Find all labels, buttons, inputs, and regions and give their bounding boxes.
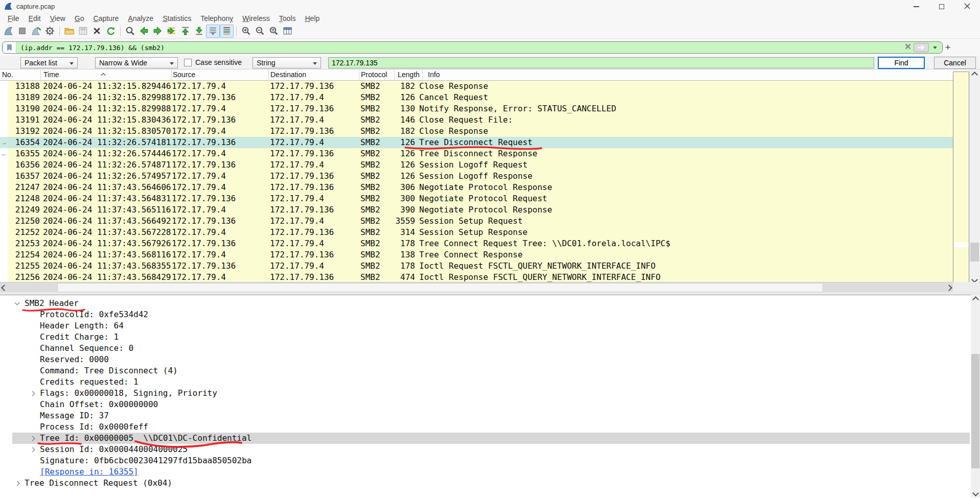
menu-view[interactable]: View	[45, 13, 70, 23]
intelligent-scrollbar-minimap[interactable]	[953, 72, 969, 282]
autoscroll-button[interactable]	[206, 25, 220, 38]
detail-line[interactable]: Tree Id: 0x00000005 \\DC01\DC-Confidenti…	[0, 433, 970, 444]
scroll-right-icon[interactable]	[945, 282, 953, 293]
detail-line[interactable]: Credit Charge: 1	[0, 331, 970, 343]
file-close-button[interactable]	[90, 25, 104, 38]
detail-line[interactable]: Chain Offset: 0x00000000	[0, 399, 970, 410]
goto-packet-button[interactable]	[165, 25, 178, 38]
expander-closed-icon[interactable]	[30, 437, 40, 440]
menu-statistics[interactable]: Statistics	[158, 13, 196, 23]
close-button[interactable]	[954, 0, 980, 13]
packet-row-21252[interactable]: 212522024-06-24 11:37:43.567228172.17.79…	[0, 227, 953, 238]
capture-stop-button[interactable]	[15, 25, 29, 38]
detail-line[interactable]: Message ID: 37	[0, 410, 970, 421]
zoom-original-button[interactable]	[267, 25, 281, 38]
scroll-left-icon[interactable]	[0, 282, 8, 293]
filter-clear-icon[interactable]	[904, 43, 911, 52]
detail-line[interactable]: ProtocolId: 0xfe534d42	[0, 309, 970, 320]
detail-line[interactable]: Process Id: 0x0000feff	[0, 421, 970, 433]
details-vscroll-thumb[interactable]	[971, 354, 979, 468]
column-header-time[interactable]: Time	[41, 69, 172, 81]
find-scope-select[interactable]: Packet list	[20, 57, 78, 68]
detail-line[interactable]: Signature: 0fb6cbc0023041297fd15baa85050…	[0, 455, 970, 466]
scroll-up-icon[interactable]	[971, 295, 980, 304]
detail-line[interactable]: Channel Sequence: 0	[0, 343, 970, 354]
file-save-button[interactable]	[76, 25, 90, 38]
detail-line[interactable]: [Response in: 16355]	[0, 466, 970, 478]
detail-line[interactable]: Credits requested: 1	[0, 376, 970, 388]
colorize-button[interactable]	[220, 25, 234, 38]
packet-list-vscroll-thumb[interactable]	[970, 243, 979, 262]
menu-file[interactable]: File	[3, 13, 24, 23]
find-packet-button[interactable]	[123, 25, 137, 38]
detail-line[interactable]: Session Id: 0x0000440004000025	[0, 444, 970, 455]
packet-row-13190[interactable]: 131902024-06-24 11:32:15.829988172.17.79…	[0, 103, 953, 114]
last-packet-button[interactable]	[192, 25, 206, 38]
expander-closed-icon[interactable]	[30, 392, 40, 395]
column-header-destination[interactable]: Destination	[269, 69, 359, 81]
column-header-protocol[interactable]: Protocol	[359, 69, 395, 81]
reload-button[interactable]	[104, 25, 118, 38]
menu-telephony[interactable]: Telephony	[196, 13, 238, 23]
find-charset-select[interactable]: Narrow & Wide	[95, 57, 178, 68]
menu-capture[interactable]: Capture	[89, 13, 124, 23]
cancel-button[interactable]: Cancel	[934, 57, 976, 69]
detail-line[interactable]: Reserved: 0000	[0, 354, 970, 365]
detail-line[interactable]: Command: Tree Disconnect (4)	[0, 365, 970, 376]
packet-row-21250[interactable]: 212502024-06-24 11:37:43.566492172.17.79…	[0, 216, 953, 227]
detail-line[interactable]: SMB2 Header	[0, 298, 970, 309]
case-sensitive-checkbox[interactable]	[184, 59, 192, 66]
expander-closed-icon[interactable]	[30, 448, 40, 452]
packet-row-13192[interactable]: 131922024-06-24 11:32:15.830570172.17.79…	[0, 126, 953, 137]
column-header-length[interactable]: Length	[395, 69, 423, 81]
previous-packet-button[interactable]	[137, 25, 151, 38]
packet-row-16354[interactable]: →163542024-06-24 11:32:26.574181172.17.7…	[0, 137, 953, 148]
packet-row-16356[interactable]: 163562024-06-24 11:32:26.574871172.17.79…	[0, 159, 953, 171]
details-vscrollbar[interactable]	[971, 295, 980, 497]
packet-row-16355[interactable]: ←163552024-06-24 11:32:26.574446172.17.7…	[0, 148, 953, 159]
packet-row-13188[interactable]: 131882024-06-24 11:32:15.829446172.17.79…	[0, 81, 953, 92]
capture-restart-button[interactable]	[29, 25, 43, 38]
expander-closed-icon[interactable]	[14, 482, 25, 485]
column-header-no[interactable]: No.	[0, 69, 41, 81]
response-in-link[interactable]: [Response in: 16355]	[40, 466, 139, 478]
detail-line[interactable]: Tree Disconnect Request (0x04)	[0, 478, 970, 489]
packet-row-21255[interactable]: 212552024-06-24 11:37:43.568355172.17.79…	[0, 260, 953, 272]
zoom-out-button[interactable]	[253, 25, 267, 38]
minimize-button[interactable]	[903, 0, 929, 13]
menu-wireless[interactable]: Wireless	[238, 13, 275, 23]
packet-list-vscrollbar[interactable]	[969, 70, 980, 284]
zoom-in-button[interactable]	[239, 25, 253, 38]
scroll-down-icon[interactable]	[971, 488, 980, 497]
resize-columns-button[interactable]	[281, 25, 294, 38]
packet-row-21249[interactable]: 212492024-06-24 11:37:43.565116172.17.79…	[0, 204, 953, 216]
filter-dropdown-icon[interactable]	[933, 46, 937, 49]
menu-tools[interactable]: Tools	[275, 13, 301, 23]
packet-row-21256[interactable]: 212562024-06-24 11:37:43.568429172.17.79…	[0, 272, 953, 282]
packet-row-21253[interactable]: 212532024-06-24 11:37:43.567926172.17.79…	[0, 238, 953, 249]
detail-line[interactable]: Flags: 0x00000018, Signing, Priority	[0, 388, 970, 399]
file-open-button[interactable]	[62, 25, 76, 38]
find-button[interactable]: Find	[878, 57, 925, 69]
column-header-source[interactable]: Source	[172, 69, 269, 81]
display-filter-input[interactable]: (ip.addr == 172.17.79.136) && (smb2)	[2, 41, 943, 54]
packet-row-21247[interactable]: 212472024-06-24 11:37:43.564606172.17.79…	[0, 182, 953, 193]
capture-options-button[interactable]	[43, 25, 57, 38]
packet-row-21254[interactable]: 212542024-06-24 11:37:43.568116172.17.79…	[0, 249, 953, 260]
find-query-input[interactable]	[328, 57, 874, 68]
capture-start-button[interactable]	[2, 25, 15, 38]
filter-bookmark-icon[interactable]	[3, 42, 16, 53]
column-header-info[interactable]: Info	[423, 69, 953, 81]
filter-apply-icon[interactable]	[914, 43, 929, 52]
next-packet-button[interactable]	[151, 25, 165, 38]
detail-line[interactable]: Header Length: 64	[0, 320, 970, 331]
first-packet-button[interactable]	[178, 25, 192, 38]
find-type-select[interactable]: String	[253, 57, 321, 68]
packet-row-13189[interactable]: 131892024-06-24 11:32:15.829988172.17.79…	[0, 92, 953, 103]
packet-list-hscrollbar[interactable]	[0, 282, 953, 292]
menu-help[interactable]: Help	[300, 13, 324, 23]
filter-add-button[interactable]: +	[942, 41, 953, 54]
packet-list-hscroll-thumb[interactable]	[57, 283, 823, 292]
scroll-up-icon[interactable]	[969, 70, 980, 79]
packet-row-16357[interactable]: 163572024-06-24 11:32:26.574957172.17.79…	[0, 171, 953, 182]
